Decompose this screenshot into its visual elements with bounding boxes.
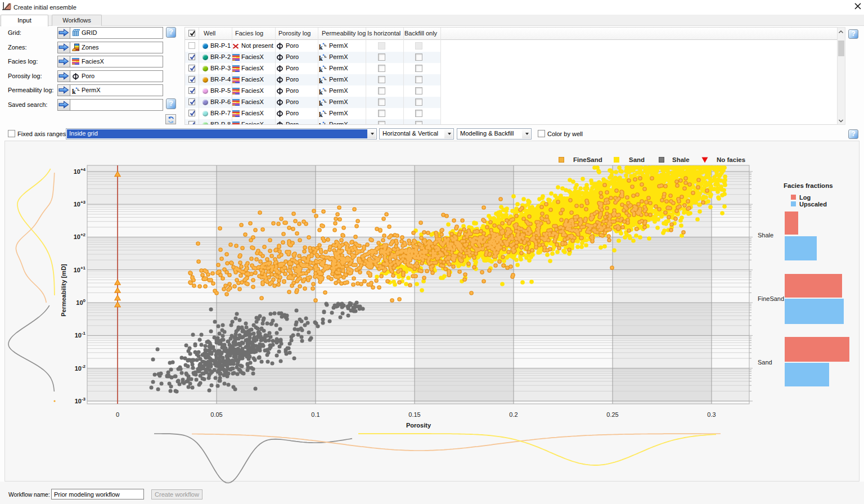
svg-text:k: k [319, 43, 323, 51]
svg-text:k: k [72, 88, 76, 95]
svg-text:k: k [319, 122, 323, 125]
svg-text:k: k [319, 88, 323, 96]
svg-text:k: k [319, 77, 323, 84]
svg-text:k: k [319, 55, 323, 62]
svg-text:k: k [319, 66, 323, 73]
svg-text:k: k [319, 100, 323, 107]
svg-text:k: k [319, 111, 323, 118]
